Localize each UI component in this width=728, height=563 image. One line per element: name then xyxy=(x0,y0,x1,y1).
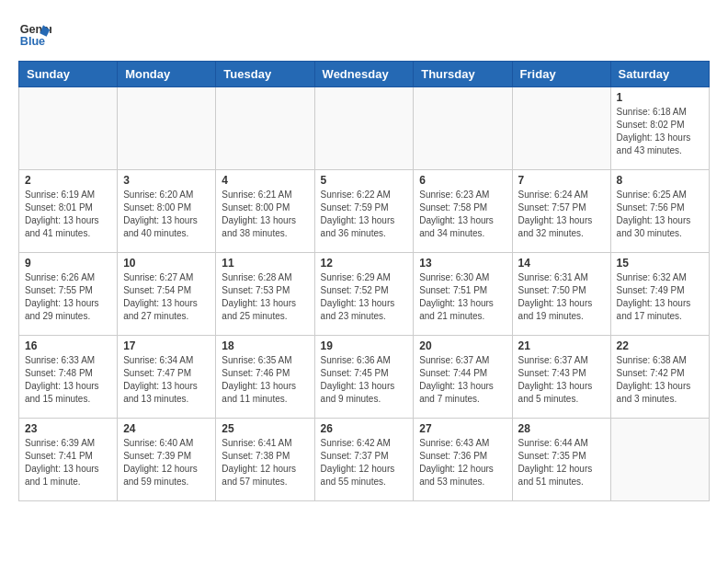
day-info: Sunrise: 6:25 AM Sunset: 7:56 PM Dayligh… xyxy=(617,189,703,240)
day-number: 3 xyxy=(123,174,210,187)
day-info: Sunrise: 6:31 AM Sunset: 7:50 PM Dayligh… xyxy=(518,271,605,323)
day-info: Sunrise: 6:26 AM Sunset: 7:55 PM Dayligh… xyxy=(25,271,111,323)
day-info: Sunrise: 6:44 AM Sunset: 7:35 PM Dayligh… xyxy=(518,437,605,488)
day-number: 14 xyxy=(518,257,605,270)
calendar-cell xyxy=(512,87,610,170)
weekday-header: Wednesday xyxy=(314,62,414,87)
day-number: 17 xyxy=(123,339,210,352)
day-info: Sunrise: 6:40 AM Sunset: 7:39 PM Dayligh… xyxy=(123,437,210,488)
calendar-cell: 25Sunrise: 6:41 AM Sunset: 7:38 PM Dayli… xyxy=(216,419,314,501)
calendar-week-row: 2Sunrise: 6:19 AM Sunset: 8:01 PM Daylig… xyxy=(19,170,710,253)
calendar-cell: 8Sunrise: 6:25 AM Sunset: 7:56 PM Daylig… xyxy=(610,170,709,253)
calendar-cell: 26Sunrise: 6:42 AM Sunset: 7:37 PM Dayli… xyxy=(314,419,414,501)
logo-icon: General Blue xyxy=(18,18,51,52)
day-info: Sunrise: 6:20 AM Sunset: 8:00 PM Dayligh… xyxy=(123,189,210,240)
calendar-cell: 2Sunrise: 6:19 AM Sunset: 8:01 PM Daylig… xyxy=(19,170,118,253)
day-info: Sunrise: 6:37 AM Sunset: 7:44 PM Dayligh… xyxy=(419,354,506,406)
logo: General Blue xyxy=(18,18,51,52)
day-number: 4 xyxy=(222,174,308,187)
day-number: 1 xyxy=(617,91,703,104)
day-info: Sunrise: 6:42 AM Sunset: 7:37 PM Dayligh… xyxy=(321,437,408,488)
day-info: Sunrise: 6:37 AM Sunset: 7:43 PM Dayligh… xyxy=(518,354,605,406)
day-number: 11 xyxy=(222,257,308,270)
day-number: 28 xyxy=(518,422,605,435)
calendar-cell: 20Sunrise: 6:37 AM Sunset: 7:44 PM Dayli… xyxy=(414,336,512,419)
day-number: 22 xyxy=(617,339,703,352)
calendar-cell: 27Sunrise: 6:43 AM Sunset: 7:36 PM Dayli… xyxy=(414,419,512,501)
calendar-table: SundayMondayTuesdayWednesdayThursdayFrid… xyxy=(18,61,710,501)
calendar-cell: 13Sunrise: 6:30 AM Sunset: 7:51 PM Dayli… xyxy=(414,253,512,336)
day-number: 7 xyxy=(518,174,605,187)
calendar-cell: 19Sunrise: 6:36 AM Sunset: 7:45 PM Dayli… xyxy=(314,336,414,419)
day-info: Sunrise: 6:28 AM Sunset: 7:53 PM Dayligh… xyxy=(222,271,308,323)
day-info: Sunrise: 6:19 AM Sunset: 8:01 PM Dayligh… xyxy=(25,189,111,240)
day-number: 18 xyxy=(222,339,308,352)
calendar-week-row: 9Sunrise: 6:26 AM Sunset: 7:55 PM Daylig… xyxy=(19,253,710,336)
day-info: Sunrise: 6:41 AM Sunset: 7:38 PM Dayligh… xyxy=(222,437,308,488)
day-number: 20 xyxy=(419,339,506,352)
calendar-cell: 21Sunrise: 6:37 AM Sunset: 7:43 PM Dayli… xyxy=(512,336,610,419)
calendar-cell: 28Sunrise: 6:44 AM Sunset: 7:35 PM Dayli… xyxy=(512,419,610,501)
day-number: 26 xyxy=(321,422,408,435)
calendar-cell xyxy=(216,87,314,170)
day-number: 10 xyxy=(123,257,210,270)
day-number: 6 xyxy=(419,174,506,187)
calendar-week-row: 16Sunrise: 6:33 AM Sunset: 7:48 PM Dayli… xyxy=(19,336,710,419)
weekday-header: Monday xyxy=(118,62,216,87)
calendar-cell: 15Sunrise: 6:32 AM Sunset: 7:49 PM Dayli… xyxy=(610,253,709,336)
calendar-cell xyxy=(19,87,118,170)
day-number: 9 xyxy=(25,257,111,270)
calendar-cell: 9Sunrise: 6:26 AM Sunset: 7:55 PM Daylig… xyxy=(19,253,118,336)
day-info: Sunrise: 6:23 AM Sunset: 7:58 PM Dayligh… xyxy=(419,189,506,240)
day-info: Sunrise: 6:21 AM Sunset: 8:00 PM Dayligh… xyxy=(222,189,308,240)
day-info: Sunrise: 6:30 AM Sunset: 7:51 PM Dayligh… xyxy=(419,271,506,323)
day-info: Sunrise: 6:36 AM Sunset: 7:45 PM Dayligh… xyxy=(321,354,408,406)
page-header: General Blue xyxy=(18,18,710,52)
calendar-cell: 7Sunrise: 6:24 AM Sunset: 7:57 PM Daylig… xyxy=(512,170,610,253)
day-info: Sunrise: 6:29 AM Sunset: 7:52 PM Dayligh… xyxy=(321,271,408,323)
day-number: 15 xyxy=(617,257,703,270)
day-info: Sunrise: 6:34 AM Sunset: 7:47 PM Dayligh… xyxy=(123,354,210,406)
day-info: Sunrise: 6:27 AM Sunset: 7:54 PM Dayligh… xyxy=(123,271,210,323)
svg-text:Blue: Blue xyxy=(20,35,45,48)
weekday-header: Thursday xyxy=(414,62,512,87)
calendar-header-row: SundayMondayTuesdayWednesdayThursdayFrid… xyxy=(19,62,710,87)
day-number: 23 xyxy=(25,422,111,435)
calendar-cell: 17Sunrise: 6:34 AM Sunset: 7:47 PM Dayli… xyxy=(118,336,216,419)
calendar-cell: 23Sunrise: 6:39 AM Sunset: 7:41 PM Dayli… xyxy=(19,419,118,501)
calendar-cell: 14Sunrise: 6:31 AM Sunset: 7:50 PM Dayli… xyxy=(512,253,610,336)
weekday-header: Saturday xyxy=(610,62,709,87)
calendar-cell: 10Sunrise: 6:27 AM Sunset: 7:54 PM Dayli… xyxy=(118,253,216,336)
calendar-cell: 24Sunrise: 6:40 AM Sunset: 7:39 PM Dayli… xyxy=(118,419,216,501)
calendar-cell: 6Sunrise: 6:23 AM Sunset: 7:58 PM Daylig… xyxy=(414,170,512,253)
calendar-cell xyxy=(314,87,414,170)
weekday-header: Sunday xyxy=(19,62,118,87)
day-info: Sunrise: 6:38 AM Sunset: 7:42 PM Dayligh… xyxy=(617,354,703,406)
day-number: 19 xyxy=(321,339,408,352)
day-number: 12 xyxy=(321,257,408,270)
calendar-cell: 1Sunrise: 6:18 AM Sunset: 8:02 PM Daylig… xyxy=(610,87,709,170)
day-number: 24 xyxy=(123,422,210,435)
day-info: Sunrise: 6:35 AM Sunset: 7:46 PM Dayligh… xyxy=(222,354,308,406)
calendar-cell: 22Sunrise: 6:38 AM Sunset: 7:42 PM Dayli… xyxy=(610,336,709,419)
day-number: 25 xyxy=(222,422,308,435)
calendar-cell: 18Sunrise: 6:35 AM Sunset: 7:46 PM Dayli… xyxy=(216,336,314,419)
calendar-cell xyxy=(414,87,512,170)
day-number: 21 xyxy=(518,339,605,352)
day-info: Sunrise: 6:43 AM Sunset: 7:36 PM Dayligh… xyxy=(419,437,506,488)
calendar-cell: 11Sunrise: 6:28 AM Sunset: 7:53 PM Dayli… xyxy=(216,253,314,336)
calendar-cell: 16Sunrise: 6:33 AM Sunset: 7:48 PM Dayli… xyxy=(19,336,118,419)
calendar-week-row: 1Sunrise: 6:18 AM Sunset: 8:02 PM Daylig… xyxy=(19,87,710,170)
day-info: Sunrise: 6:39 AM Sunset: 7:41 PM Dayligh… xyxy=(25,437,111,488)
day-info: Sunrise: 6:32 AM Sunset: 7:49 PM Dayligh… xyxy=(617,271,703,323)
day-number: 27 xyxy=(419,422,506,435)
day-number: 2 xyxy=(25,174,111,187)
day-info: Sunrise: 6:24 AM Sunset: 7:57 PM Dayligh… xyxy=(518,189,605,240)
day-info: Sunrise: 6:33 AM Sunset: 7:48 PM Dayligh… xyxy=(25,354,111,406)
calendar-cell xyxy=(610,419,709,501)
calendar-cell: 12Sunrise: 6:29 AM Sunset: 7:52 PM Dayli… xyxy=(314,253,414,336)
day-info: Sunrise: 6:18 AM Sunset: 8:02 PM Dayligh… xyxy=(617,106,703,157)
calendar-cell: 4Sunrise: 6:21 AM Sunset: 8:00 PM Daylig… xyxy=(216,170,314,253)
weekday-header: Tuesday xyxy=(216,62,314,87)
calendar-cell: 3Sunrise: 6:20 AM Sunset: 8:00 PM Daylig… xyxy=(118,170,216,253)
